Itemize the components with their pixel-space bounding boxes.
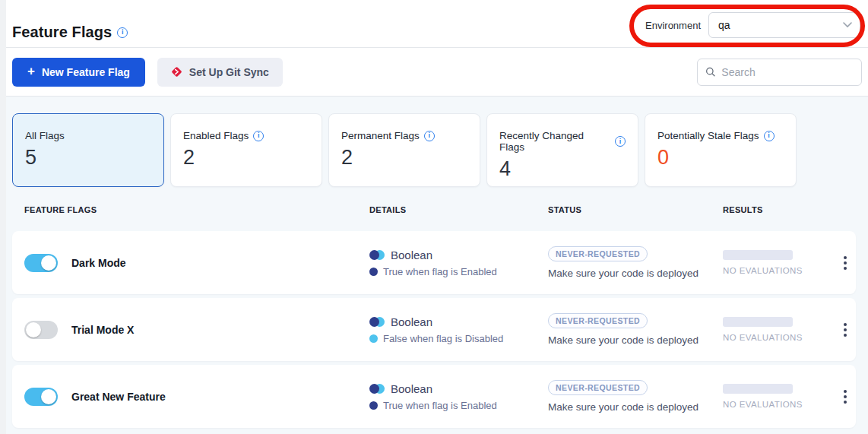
status-badge: NEVER-REQUESTED: [548, 313, 648, 328]
flag-results-cell: NO EVALUATIONS: [723, 317, 834, 342]
toggle-knob: [41, 389, 56, 404]
flag-detail-text: True when flag is Enabled: [383, 266, 497, 277]
search-input[interactable]: [721, 66, 854, 78]
git-sync-icon: [171, 66, 182, 78]
flag-detail-line: True when flag is Enabled: [369, 266, 548, 277]
new-feature-flag-label: New Feature Flag: [42, 66, 130, 78]
info-icon[interactable]: [424, 131, 435, 141]
toggle-knob: [41, 255, 56, 271]
flag-name-cell: Trial Mode X: [24, 321, 369, 339]
stat-label: Potentially Stale Flags: [657, 130, 759, 141]
flag-toggle[interactable]: [24, 254, 58, 272]
flag-results-cell: NO EVALUATIONS: [723, 250, 834, 275]
column-header-status: STATUS: [548, 205, 723, 214]
results-bar: [723, 250, 793, 260]
flag-menu-cell: [834, 318, 856, 341]
info-icon[interactable]: [764, 131, 775, 141]
flag-details-cell: Boolean True when flag is Enabled: [369, 382, 548, 411]
stat-value: 5: [25, 146, 151, 169]
flag-name-cell: Great New Feature: [24, 388, 369, 406]
stat-card[interactable]: Permanent Flags 2: [328, 113, 480, 187]
search-icon: [705, 66, 715, 78]
info-icon[interactable]: [253, 131, 264, 141]
flag-menu-cell: [834, 385, 856, 408]
flag-detail-text: False when flag is Disabled: [383, 333, 503, 344]
flag-name-cell: Dark Mode: [24, 254, 369, 272]
git-sync-label: Set Up Git Sync: [189, 66, 269, 78]
column-header-results: RESULTS: [723, 205, 834, 214]
new-feature-flag-button[interactable]: + New Feature Flag: [12, 58, 145, 87]
flag-toggle[interactable]: [24, 388, 58, 406]
stat-card[interactable]: Enabled Flags 2: [170, 113, 322, 187]
git-sync-button[interactable]: Set Up Git Sync: [157, 58, 283, 87]
main-content: All Flags 5 Enabled Flags 2 Permanen: [0, 97, 868, 434]
flag-type-label: Boolean: [391, 249, 432, 261]
status-text: Make sure your code is deployed: [548, 334, 723, 346]
flag-rows: Dark Mode Boolean True when flag is Enab…: [12, 231, 856, 428]
flag-menu-cell: [834, 252, 856, 274]
page-title-wrap: Feature Flags: [12, 24, 128, 41]
environment-value: qa: [718, 19, 730, 31]
flag-row: Dark Mode Boolean True when flag is Enab…: [12, 231, 856, 294]
results-text: NO EVALUATIONS: [723, 266, 834, 275]
plus-icon: +: [27, 64, 35, 79]
stat-label: All Flags: [25, 130, 65, 141]
results-bar: [723, 384, 793, 394]
flag-row: Trial Mode X Boolean False when flag is …: [12, 298, 856, 361]
variation-dot-icon: [369, 401, 378, 410]
kebab-menu-icon[interactable]: [839, 252, 851, 274]
page-title: Feature Flags: [12, 24, 112, 41]
stat-label-row: All Flags: [25, 130, 151, 141]
flag-type-line: Boolean: [369, 382, 548, 395]
stat-card[interactable]: All Flags 5: [12, 113, 164, 187]
stat-label-row: Recently Changed Flags: [499, 130, 626, 153]
status-badge: NEVER-REQUESTED: [548, 246, 648, 261]
stats-cards: All Flags 5 Enabled Flags 2 Permanen: [12, 113, 856, 187]
boolean-type-icon: [369, 317, 385, 327]
variation-dot-icon: [369, 268, 378, 276]
search-box: [697, 59, 862, 86]
column-header-details: DETAILS: [369, 205, 548, 214]
stat-value: 4: [499, 157, 626, 181]
flag-detail-line: True when flag is Enabled: [369, 400, 548, 411]
info-icon[interactable]: [615, 136, 626, 147]
flag-status-cell: NEVER-REQUESTED Make sure your code is d…: [548, 246, 723, 279]
feature-flags-page: Feature Flags Environment qa + New Featu…: [0, 0, 868, 434]
stat-label-row: Potentially Stale Flags: [657, 130, 784, 141]
toolbar: + New Feature Flag Set Up Git Sync: [0, 48, 868, 97]
flag-type-label: Boolean: [391, 382, 432, 395]
status-text: Make sure your code is deployed: [548, 401, 723, 413]
kebab-menu-icon[interactable]: [839, 385, 851, 408]
environment-dropdown[interactable]: qa: [708, 12, 860, 38]
stat-label: Enabled Flags: [183, 130, 249, 141]
stat-card[interactable]: Recently Changed Flags 4: [486, 113, 638, 187]
stat-value: 2: [183, 146, 309, 169]
kebab-menu-icon[interactable]: [839, 318, 851, 341]
environment-label: Environment: [645, 20, 701, 31]
boolean-type-icon: [369, 384, 385, 394]
left-edge-strip: [0, 0, 6, 434]
flag-toggle[interactable]: [24, 321, 58, 339]
environment-selector: Environment qa: [645, 12, 860, 38]
flag-details-cell: Boolean False when flag is Disabled: [369, 315, 548, 344]
flag-details-cell: Boolean True when flag is Enabled: [369, 249, 548, 277]
results-bar: [723, 317, 793, 327]
flag-name[interactable]: Trial Mode X: [71, 324, 134, 336]
table-header: FEATURE FLAGS DETAILS STATUS RESULTS: [12, 205, 856, 231]
flag-status-cell: NEVER-REQUESTED Make sure your code is d…: [548, 313, 723, 346]
flag-row: Great New Feature Boolean True when flag…: [12, 365, 856, 428]
variation-dot-icon: [369, 334, 378, 343]
stat-label-row: Permanent Flags: [341, 130, 467, 141]
flag-type-line: Boolean: [369, 249, 548, 261]
flag-type-line: Boolean: [369, 315, 548, 328]
status-text: Make sure your code is deployed: [548, 268, 723, 279]
flag-name[interactable]: Great New Feature: [71, 391, 166, 403]
stat-label: Permanent Flags: [341, 130, 420, 141]
boolean-type-icon: [369, 250, 385, 260]
stat-label: Recently Changed Flags: [499, 130, 610, 153]
flag-name[interactable]: Dark Mode: [71, 257, 126, 269]
stat-label-row: Enabled Flags: [183, 130, 309, 141]
stat-card[interactable]: Potentially Stale Flags 0: [645, 113, 797, 187]
results-text: NO EVALUATIONS: [723, 333, 834, 342]
info-icon[interactable]: [117, 27, 128, 38]
